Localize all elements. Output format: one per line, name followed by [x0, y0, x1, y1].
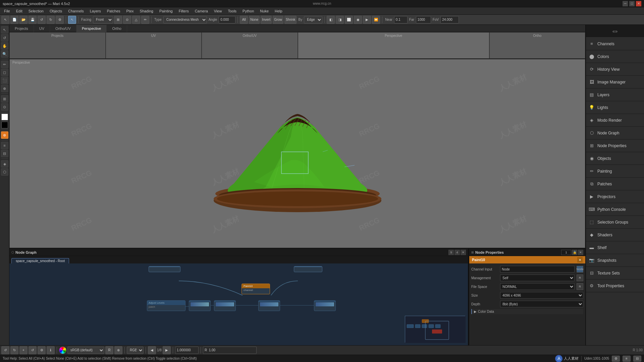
- rp-projectors[interactable]: ▶ Projectors: [586, 190, 644, 203]
- rp-lights[interactable]: 💡 Lights: [586, 101, 644, 114]
- angle-input[interactable]: [219, 16, 235, 23]
- rp-node-graph[interactable]: ⬡ Node Graph: [586, 127, 644, 139]
- np-filespace-r-btn[interactable]: R: [577, 283, 583, 290]
- rp-collapse-right[interactable]: »: [615, 28, 618, 34]
- tab-perspective[interactable]: Perspective: [76, 25, 107, 32]
- tab-uv[interactable]: UV: [34, 25, 50, 32]
- btn-all[interactable]: All: [240, 16, 248, 24]
- np-depth-select[interactable]: 8bit (Byte)16bit (Half)32bit (Float): [500, 301, 583, 307]
- rp-python-console[interactable]: ⌨ Python Console: [586, 203, 644, 216]
- lt-brush[interactable]: ✏: [1, 61, 8, 68]
- node-paint10[interactable]: Paint10 channel: [241, 284, 270, 294]
- by-select[interactable]: EdgeFace: [304, 16, 322, 23]
- menu-ptex[interactable]: Ptex: [124, 8, 137, 14]
- menu-layers[interactable]: Layers: [87, 8, 104, 14]
- menu-channels[interactable]: Channels: [65, 8, 86, 14]
- lt-layers[interactable]: ≡: [1, 142, 8, 149]
- bt-info[interactable]: ℹ: [47, 346, 55, 354]
- fov-input[interactable]: [440, 16, 459, 23]
- np-size-select[interactable]: 4096 x 40962048 x 20481024 x 1024: [500, 292, 583, 299]
- tool-redo[interactable]: ↻: [47, 16, 55, 24]
- menu-tools[interactable]: Tools: [225, 8, 239, 14]
- rp-painting[interactable]: ✏ Painting: [586, 165, 644, 178]
- bt-refresh[interactable]: ↺: [29, 346, 37, 354]
- ng-btn2[interactable]: 4: [454, 250, 460, 255]
- render-btn1[interactable]: ◧: [327, 16, 335, 24]
- vp-projects[interactable]: Projects: [9, 32, 106, 59]
- menu-painting[interactable]: Painting: [157, 8, 175, 14]
- bt-r-btn[interactable]: R: [105, 346, 113, 354]
- sb-settings-btn[interactable]: ⚙: [612, 356, 620, 362]
- node-graph-content[interactable]: Paint10 channel Adjust Levels patch: [9, 263, 468, 345]
- menu-patches[interactable]: Patches: [104, 8, 123, 14]
- menu-nuke[interactable]: Nuke: [257, 8, 271, 14]
- bt-next-page[interactable]: ▶: [163, 346, 171, 354]
- render-btn2[interactable]: ◨: [336, 16, 344, 24]
- tool-undo[interactable]: ↺: [38, 16, 46, 24]
- far-input[interactable]: [416, 16, 431, 23]
- rp-shaders[interactable]: ◆ Shaders: [586, 229, 644, 241]
- btn-shrink[interactable]: Shrink: [284, 16, 297, 24]
- near-input[interactable]: [394, 16, 408, 23]
- foreground-color[interactable]: [1, 114, 8, 120]
- bt-zoom-input[interactable]: [175, 347, 199, 354]
- np-paint-close[interactable]: ✕: [577, 257, 583, 262]
- np-num-input[interactable]: [561, 250, 571, 255]
- np-management-select[interactable]: SelfManaged: [500, 275, 575, 281]
- node-6[interactable]: [258, 300, 280, 311]
- lt-active-tool[interactable]: ⊛: [1, 131, 8, 139]
- menu-view[interactable]: View: [211, 8, 225, 14]
- np-close-btn[interactable]: ✕: [578, 250, 583, 255]
- np-channel-input[interactable]: [500, 266, 575, 273]
- ng-tab-root[interactable]: space_capsule_smoothed - Root: [11, 258, 69, 263]
- maximize-button[interactable]: □: [629, 1, 635, 6]
- lt-rotate[interactable]: ↺: [1, 34, 8, 42]
- paint-btn[interactable]: ✏: [141, 16, 149, 24]
- menu-python[interactable]: Python: [240, 8, 257, 14]
- background-color[interactable]: [1, 122, 8, 128]
- rp-image-manager[interactable]: 🖼 Image Manager: [586, 76, 644, 88]
- tab-projects[interactable]: Projects: [9, 25, 34, 32]
- sb-extra-btn[interactable]: ⊟: [633, 356, 641, 362]
- close-button[interactable]: ✕: [636, 1, 641, 6]
- facing-select[interactable]: FrontBackBoth: [93, 16, 113, 23]
- ng-btn1[interactable]: 9: [448, 250, 454, 255]
- node-5[interactable]: [214, 300, 236, 311]
- node-7[interactable]: [314, 300, 336, 311]
- rp-selection-groups[interactable]: ⬚ Selection Groups: [586, 216, 644, 229]
- render-btn4[interactable]: ◉: [354, 16, 362, 24]
- rp-node-properties[interactable]: ⊞ Node Properties: [586, 139, 644, 152]
- np-lock-btn[interactable]: 🔒: [572, 250, 577, 255]
- lt-grid[interactable]: ⊞: [1, 95, 8, 103]
- lt-channels[interactable]: ⊟: [1, 150, 8, 157]
- menu-edit[interactable]: Edit: [13, 8, 25, 14]
- tool-select[interactable]: ↖: [1, 16, 9, 24]
- rp-patches[interactable]: ⧉ Patches: [586, 178, 644, 190]
- bt-colorspace-select[interactable]: sRGB (default): [67, 347, 104, 354]
- btn-none[interactable]: None: [249, 16, 260, 24]
- btn-invert[interactable]: Invert: [261, 16, 272, 24]
- render-btn5[interactable]: ▶: [363, 16, 371, 24]
- np-channel-btn[interactable]: Node: [577, 266, 583, 273]
- np-filespace-select[interactable]: NORMALLINEARsRGB: [500, 283, 575, 290]
- rp-snapshots[interactable]: 📷 Snapshots: [586, 254, 644, 267]
- bt-r-value-input[interactable]: [203, 347, 257, 354]
- vp-uv[interactable]: UV: [106, 32, 202, 59]
- np-color-data-section[interactable]: ▶ Color Data: [471, 309, 583, 314]
- rp-shelf[interactable]: ▬ Shelf: [586, 241, 644, 254]
- grid-btn[interactable]: ⊞: [114, 16, 122, 24]
- tool-options[interactable]: ⚙: [56, 16, 64, 24]
- rp-texture-sets[interactable]: ⊟ Texture Sets: [586, 267, 644, 280]
- vp-ortho-top[interactable]: Ortho: [489, 32, 586, 59]
- tool-arrow[interactable]: ↖: [68, 16, 76, 24]
- render-btn3[interactable]: ⬜: [345, 16, 353, 24]
- lt-fill[interactable]: ⬛: [1, 77, 8, 84]
- type-select[interactable]: Connectedness Mesh: [163, 16, 207, 23]
- bt-redo[interactable]: ↻: [10, 346, 18, 354]
- lt-extra1[interactable]: ◈: [1, 160, 8, 168]
- rp-colors[interactable]: ⬤ Colors: [586, 50, 644, 63]
- node-3[interactable]: Adjust Levels patch: [147, 300, 185, 311]
- menu-selection[interactable]: Selection: [26, 8, 46, 14]
- lt-clone[interactable]: ⊕: [1, 85, 8, 92]
- lt-select[interactable]: ↖: [1, 26, 8, 34]
